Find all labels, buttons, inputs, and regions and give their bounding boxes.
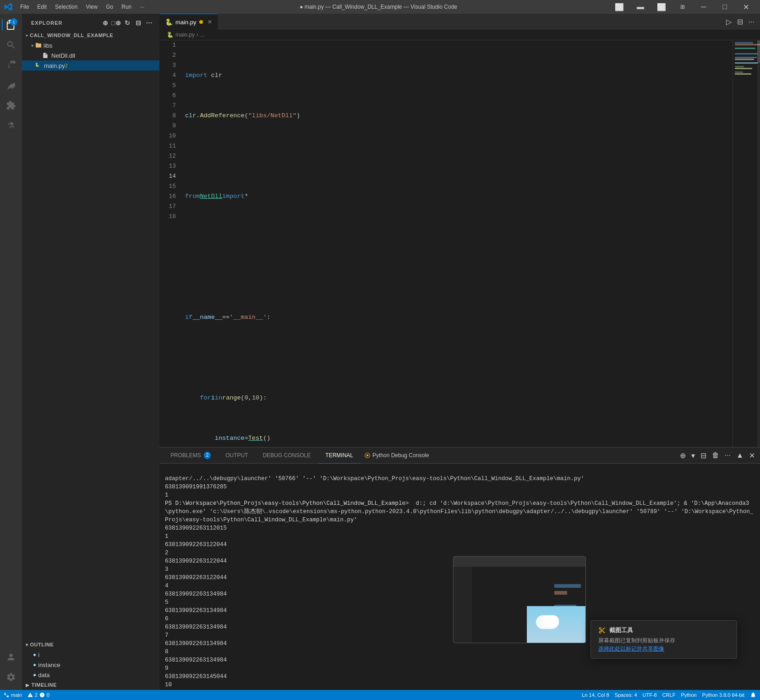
explorer-badge: 1	[10, 18, 17, 26]
collapse-all-icon[interactable]: ⊟	[134, 18, 143, 27]
status-errors[interactable]: 2 0	[27, 692, 49, 698]
minimap-scrollbar[interactable]	[757, 40, 760, 447]
tab-terminal[interactable]: TERMINAL	[318, 448, 361, 464]
folder-libs[interactable]: ▾ libs	[22, 40, 159, 50]
minimap-line	[735, 42, 753, 44]
netdll-label: NetDll.dll	[51, 52, 75, 59]
timeline-section[interactable]: ▶ TIMELINE	[22, 680, 159, 690]
close-panel-icon[interactable]: ✕	[748, 450, 756, 461]
line-num-17: 17	[169, 202, 176, 212]
maximize-panel-icon[interactable]: ▲	[735, 450, 745, 461]
run-button[interactable]: ▷	[724, 16, 733, 28]
terminal-more-icon[interactable]: ···	[723, 450, 732, 461]
more-tab-actions-icon[interactable]: ···	[747, 16, 756, 28]
status-spaces[interactable]: Spaces: 4	[615, 692, 637, 698]
menu-file[interactable]: File	[16, 3, 33, 11]
split-terminal-icon[interactable]: ⊟	[699, 450, 708, 461]
line-num-8: 8	[169, 111, 176, 121]
minimap-line	[735, 71, 743, 73]
layout-btn-1[interactable]: ⬜	[609, 0, 630, 14]
sidebar: EXPLORER ⊕ □⊕ ↻ ⊟ ··· ▾ CALL_WINDOW_DLL_…	[22, 14, 159, 690]
split-editor-icon[interactable]: ⊟	[735, 16, 745, 28]
close-button[interactable]: ✕	[735, 0, 756, 14]
menu-edit[interactable]: Edit	[33, 3, 50, 11]
breadcrumb-file-icon: 🐍	[167, 32, 174, 38]
code-panel: 1 2 3 4 5 6 7 8 9 10 11 12 13 14 15 16 1	[159, 40, 760, 447]
menu-go[interactable]: Go	[102, 3, 117, 11]
editor-tab-main-py[interactable]: 🐍 main.py ✕	[159, 14, 218, 30]
refresh-icon[interactable]: ↻	[123, 18, 132, 27]
account-activity-icon[interactable]	[2, 648, 20, 666]
line-num-12: 12	[169, 151, 176, 161]
notification-title-text: 截图工具	[609, 626, 633, 634]
outline-item-data[interactable]: ● data	[22, 670, 159, 680]
menu-more[interactable]: ···	[136, 3, 148, 11]
terminal-prompt-1: PS D:\Workspace\Python_Projs\easy-tools\…	[165, 500, 412, 507]
dll-file-icon	[42, 52, 49, 59]
line-num-9: 9	[169, 121, 176, 131]
branch-label: main	[11, 692, 22, 698]
terminal-tab-actions: ⊕ ▾ ⊟ 🗑 ··· ▲ ✕	[678, 450, 756, 461]
file-netdll[interactable]: NetDll.dll	[22, 50, 159, 60]
outline-instance-icon: ●	[33, 662, 36, 668]
layout-btn-2[interactable]: ▬	[630, 0, 651, 14]
screenshot-preview	[453, 556, 586, 643]
tab-problems[interactable]: PROBLEMS 2	[163, 448, 218, 464]
project-root[interactable]: ▾ CALL_WINDOW_DLL_EXAMPLE	[22, 30, 159, 40]
breadcrumb-filename[interactable]: main.py	[175, 32, 195, 38]
breadcrumb-more[interactable]: ...	[200, 32, 205, 38]
status-python-version[interactable]: Python 3.8.0 64-bit	[702, 692, 744, 698]
status-encoding[interactable]: UTF-8	[643, 692, 657, 698]
outline-item-instance[interactable]: ● instance	[22, 660, 159, 670]
maximize-button[interactable]: □	[714, 0, 735, 14]
explorer-activity-icon[interactable]: 1	[2, 16, 20, 34]
tab-debug-console[interactable]: DEBUG CONSOLE	[256, 448, 318, 464]
search-activity-icon[interactable]	[2, 36, 20, 54]
file-main-py[interactable]: 🐍 main.py 2	[22, 60, 159, 71]
notification-title: 截图工具	[598, 626, 729, 634]
extensions-activity-icon[interactable]	[2, 96, 20, 115]
language-label: Python	[681, 692, 696, 698]
notification-link[interactable]: 选择此处以标记并共享图像	[598, 645, 729, 653]
more-options-icon[interactable]: ···	[145, 18, 154, 27]
status-line-col[interactable]: Ln 14, Col 8	[582, 692, 609, 698]
errors-count: 0	[47, 692, 49, 698]
layout-btn-3[interactable]: ⬜	[651, 0, 672, 14]
folder-icon	[35, 42, 42, 49]
tab-close-icon[interactable]: ✕	[208, 19, 212, 25]
python-debug-console-badge[interactable]: Python Debug Console	[361, 452, 432, 459]
new-terminal-icon[interactable]: ⊕	[678, 450, 687, 461]
layout-btn-4[interactable]: ⊞	[672, 0, 693, 14]
new-file-icon[interactable]: ⊕	[101, 18, 110, 27]
settings-activity-icon[interactable]	[2, 668, 20, 686]
status-language[interactable]: Python	[681, 692, 696, 698]
terminal-dropdown-icon[interactable]: ▾	[690, 450, 696, 461]
outline-section[interactable]: ▾ OUTLINE	[22, 640, 159, 650]
outline-item-i[interactable]: ● i	[22, 650, 159, 660]
project-arrow-icon: ▾	[26, 33, 28, 38]
minimap-line	[735, 48, 755, 49]
new-folder-icon[interactable]: □⊕	[112, 18, 121, 27]
terminal-label: TERMINAL	[325, 452, 353, 459]
status-notifications[interactable]	[750, 692, 756, 698]
minimap-scrollbar-thumb[interactable]	[757, 40, 760, 63]
outline-i-label: i	[38, 651, 39, 658]
status-eol[interactable]: CRLF	[662, 692, 676, 698]
kill-terminal-icon[interactable]: 🗑	[711, 450, 721, 461]
status-branch[interactable]: main	[4, 692, 22, 698]
source-control-activity-icon[interactable]	[2, 56, 20, 74]
menu-run[interactable]: Run	[118, 3, 135, 11]
menu-selection[interactable]: Selection	[51, 3, 81, 11]
line-col-label: Ln 14, Col 8	[582, 692, 609, 698]
code-content[interactable]: import clr clr.AddReference("libs/NetDll…	[181, 40, 733, 447]
minimap-line	[735, 62, 758, 64]
test-activity-icon[interactable]: ⚗	[2, 116, 20, 135]
code-line-10: instance = Test()	[185, 433, 729, 443]
minimize-button[interactable]: ─	[693, 0, 714, 14]
tab-output[interactable]: OUTPUT	[218, 448, 255, 464]
minimap-line	[735, 44, 760, 45]
menu-view[interactable]: View	[82, 3, 101, 11]
notification-main-text: 屏幕截图已复制到剪贴板并保存	[598, 636, 729, 645]
run-debug-activity-icon[interactable]	[2, 76, 20, 94]
tab-bar: 🐍 main.py ✕ ▷ ⊟ ···	[159, 14, 760, 30]
